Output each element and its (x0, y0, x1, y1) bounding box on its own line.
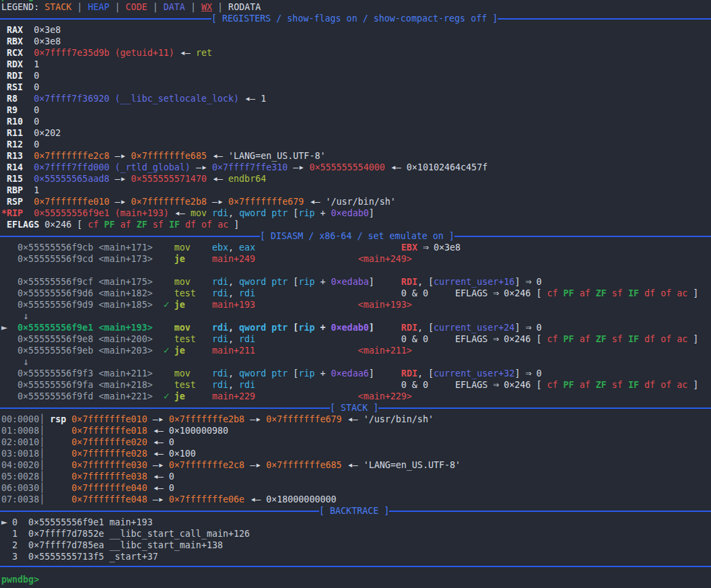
register-row-rsi: RSI 0 (0, 81, 711, 93)
register-row-r14: R14 0×7ffff7ffd000 (_rtld_global) —▸ 0×7… (0, 162, 711, 173)
separator-line (0, 407, 330, 409)
disasm-line-main-185: 0×55555556f9d9 <main+185> ✓ je main+193 … (0, 299, 711, 311)
backtrace-frame-0: ► 0 0×55555556f9e1 main+193 (0, 517, 711, 528)
stack-section-header-title: [ STACK ] (330, 402, 378, 414)
register-row-rcx: RCX 0×7ffff7e35d9b (getuid+11) ◂— ret (0, 47, 711, 59)
legend-line: LEGEND: STACK | HEAP | CODE | DATA | WX … (0, 1, 711, 13)
register-row-r15: R15 0×55555565aad8 —▸ 0×555555571470 ◂— … (0, 173, 711, 185)
disasm-line-current-main-193: ► 0×55555556f9e1 <main+193> mov rdi, qwo… (0, 322, 711, 333)
registers-section-header-title: [ REGISTERS / show-flags on / show-compa… (211, 13, 498, 24)
stack-section-header: [ STACK ] (0, 402, 711, 414)
disasm-line-main-173: 0×55555556f9cd <main+173> je main+249 <m… (0, 253, 711, 265)
separator-line (0, 511, 319, 512)
stack-row-7: 07:0038│ 0×7fffffffe048 —▸ 0×7fffffffe06… (0, 494, 711, 505)
register-row-rax: RAX 0×3e8 (0, 24, 711, 36)
register-row-r9: R9 0 (0, 104, 711, 116)
stack-row-0: 00:0000│ rsp 0×7fffffffe010 —▸ 0×7ffffff… (0, 414, 711, 425)
prompt-line[interactable]: pwndbg> (0, 574, 711, 585)
bottom-separator (0, 562, 711, 574)
backtrace-frame-1: 1 0×7ffff7d7852e __libc_start_call_main+… (0, 528, 711, 540)
register-row-r13: R13 0×7fffffffe2c8 —▸ 0×7fffffffe685 ◂— … (0, 150, 711, 162)
register-row-rdi: RDI 0 (0, 70, 711, 81)
stack-row-2: 02:0010│ 0×7fffffffe020 ◂— 0 (0, 436, 711, 448)
disasm-line-main-175: 0×55555556f9cf <main+175> mov rdi, qword… (0, 276, 711, 288)
stack-row-3: 03:0018│ 0×7fffffffe028 ◂— 0×100 (0, 448, 711, 459)
backtrace-frame-2: 2 0×7ffff7d785ea __libc_start_main+138 (0, 540, 711, 551)
register-row-r8: R8 0×7ffff7f36920 (__libc_setlocale_lock… (0, 93, 711, 104)
separator-line (389, 511, 711, 512)
stack-row-4: 04:0020│ 0×7fffffffe030 —▸ 0×7fffffffe2c… (0, 459, 711, 471)
disasm-section-header: [ DISASM / x86-64 / set emulate on ] (0, 230, 711, 242)
backtrace-section-header-title: [ BACKTRACE ] (319, 505, 389, 517)
disasm-flow-arrow-1: ↓ (0, 311, 711, 322)
register-row-rbx: RBX 0×3e8 (0, 36, 711, 47)
separator-line (0, 236, 260, 237)
disasm-blank-line (0, 265, 711, 276)
register-row-rdx: RDX 1 (0, 59, 711, 70)
stack-row-5: 05:0028│ 0×7fffffffe038 ◂— 0 (0, 471, 711, 482)
backtrace-frame-3: 3 0×5555555713f5 _start+37 (0, 551, 711, 562)
backtrace-section-header: [ BACKTRACE ] (0, 505, 711, 517)
disasm-line-main-221: 0×55555556f9fd <main+221> ✓ je main+229 … (0, 391, 711, 402)
disasm-section-header-title: [ DISASM / x86-64 / set emulate on ] (260, 230, 454, 242)
disasm-line-main-182: 0×55555556f9d6 <main+182> test rdi, rdi … (0, 288, 711, 299)
registers-section-header: [ REGISTERS / show-flags on / show-compa… (0, 13, 711, 24)
register-row-rip: *RIP 0×55555556f9e1 (main+193) ◂— mov rd… (0, 207, 711, 219)
separator-line (454, 236, 711, 237)
disasm-flow-arrow-2: ↓ (0, 356, 711, 368)
stack-row-1: 01:0008│ 0×7fffffffe018 ◂— 0×100000980 (0, 425, 711, 436)
register-row-eflags: EFLAGS 0×246 [ cf PF af ZF sf IF df of a… (0, 219, 711, 230)
separator-line (0, 18, 211, 20)
register-row-rbp: RBP 1 (0, 185, 711, 196)
disasm-line-main-203: 0×55555556f9eb <main+203> ✓ je main+211 … (0, 345, 711, 356)
register-row-r11: R11 0×202 (0, 127, 711, 139)
disasm-line-main-200: 0×55555556f9e8 <main+200> test rdi, rdi … (0, 333, 711, 345)
register-row-r12: R12 0 (0, 139, 711, 150)
separator-line (498, 18, 711, 20)
terminal-rows: LEGEND: STACK | HEAP | CODE | DATA | WX … (0, 1, 711, 585)
disasm-line-main-211: 0×55555556f9f3 <main+211> mov rdi, qword… (0, 368, 711, 379)
disasm-line-main-218: 0×55555556f9fa <main+218> test rdi, rdi … (0, 379, 711, 391)
stack-row-6: 06:0030│ 0×7fffffffe040 ◂— 0 (0, 482, 711, 494)
disasm-line-main-171: 0×55555556f9cb <main+171> mov ebx, eax E… (0, 242, 711, 253)
register-row-rsp: RSP 0×7fffffffe010 —▸ 0×7fffffffe2b8 —▸ … (0, 196, 711, 207)
register-row-r10: R10 0 (0, 116, 711, 127)
separator-line (0, 566, 711, 567)
pwndbg-terminal: pwndbg> LEGEND: STACK | HEAP | CODE | DA… (0, 0, 711, 588)
separator-line (378, 407, 711, 409)
